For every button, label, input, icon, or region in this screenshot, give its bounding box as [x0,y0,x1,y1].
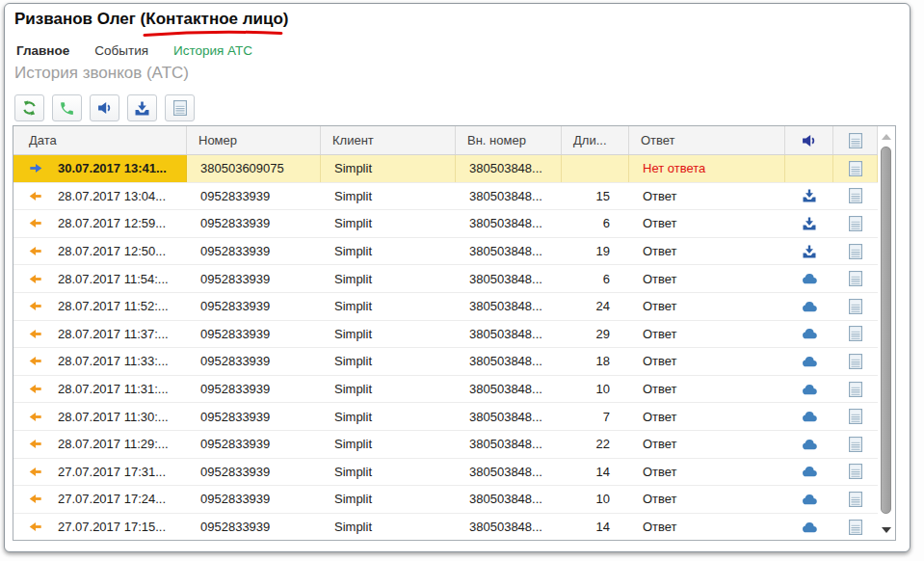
document-icon [173,100,187,116]
cell-recording[interactable] [785,265,833,292]
cell-card[interactable] [833,514,878,540]
table-row[interactable]: 28.07.2017 11:54:... 0952833939 Simplit … [13,265,878,293]
cell-date: 28.07.2017 13:04... [13,183,187,210]
document-icon[interactable] [849,520,862,535]
table-row[interactable]: 28.07.2017 11:29:... 0952833939 Simplit … [13,431,878,459]
document-icon[interactable] [849,216,862,231]
document-icon[interactable] [849,437,862,452]
download-recording-icon[interactable] [803,217,816,230]
table-row[interactable]: 28.07.2017 11:33:... 0952833939 Simplit … [13,348,878,376]
cell-recording[interactable] [785,238,833,265]
cell-recording[interactable] [785,486,833,513]
refresh-button[interactable] [14,94,44,121]
cell-recording[interactable] [785,293,833,320]
table-row[interactable]: 28.07.2017 13:04... 0952833939 Simplit 3… [13,183,878,211]
document-icon[interactable] [849,271,862,286]
cell-card[interactable] [833,321,878,348]
table-row[interactable]: 27.07.2017 17:15... 0952833939 Simplit 3… [13,514,878,540]
column-header-duration[interactable]: Дли... [562,126,629,154]
cloud-recording-icon[interactable] [802,466,818,477]
table-row[interactable]: 28.07.2017 11:30:... 0952833939 Simplit … [13,403,878,431]
card-button[interactable] [165,94,195,121]
refresh-icon [21,100,38,116]
cell-client: Simplit [321,376,456,403]
cell-recording[interactable] [785,431,833,458]
cell-answer: Ответ [629,321,785,348]
cell-recording[interactable] [785,348,833,375]
column-header-number[interactable]: Номер [187,126,321,154]
cloud-recording-icon[interactable] [802,301,818,312]
column-header-date[interactable]: Дата [13,126,187,154]
phone-icon [59,100,75,117]
cell-recording[interactable] [785,403,833,430]
column-header-card[interactable] [833,126,878,154]
table-row[interactable]: 28.07.2017 11:31:... 0952833939 Simplit … [13,376,878,404]
cell-card[interactable] [833,376,878,403]
vertical-scrollbar[interactable] [878,126,895,540]
cell-card[interactable] [833,265,878,292]
cell-card[interactable] [833,403,878,430]
cell-recording[interactable] [785,321,833,348]
cloud-recording-icon[interactable] [802,328,818,339]
download-button[interactable] [127,94,157,121]
tab-main[interactable]: Главное [16,43,69,58]
cloud-recording-icon[interactable] [802,273,818,284]
listen-button[interactable] [90,94,119,121]
call-button[interactable] [52,94,82,121]
column-header-ext[interactable]: Вн. номер [456,126,562,154]
document-icon[interactable] [849,409,862,424]
document-icon[interactable] [849,299,862,314]
cell-card[interactable] [833,155,878,182]
cell-date: 28.07.2017 11:29:... [13,431,187,458]
cell-number: 0952833939 [187,376,321,403]
cell-ext-number: 380503848... [456,183,562,210]
document-icon[interactable] [849,244,862,259]
cell-card[interactable] [833,348,878,375]
tab-ats-history[interactable]: История АТС [173,43,252,58]
cell-card[interactable] [833,431,878,458]
cloud-recording-icon[interactable] [802,356,818,367]
scrollbar-up-button[interactable] [882,134,891,140]
cell-card[interactable] [833,486,878,513]
table-header: Дата Номер Клиент Вн. номер Дли... Ответ [13,126,878,155]
document-icon[interactable] [849,354,862,369]
scrollbar-thumb[interactable] [881,147,891,514]
document-icon[interactable] [849,161,862,176]
column-header-answer[interactable]: Ответ [629,126,785,154]
cell-answer: Ответ [629,183,785,210]
cell-recording[interactable] [785,514,833,540]
cell-recording[interactable] [785,459,833,486]
column-header-client[interactable]: Клиент [321,126,456,154]
document-icon[interactable] [849,188,862,203]
cell-card[interactable] [833,183,878,210]
cloud-recording-icon[interactable] [802,384,818,395]
tab-events[interactable]: События [94,43,148,58]
cell-card[interactable] [833,459,878,486]
download-recording-icon[interactable] [803,245,816,258]
table-row[interactable]: 28.07.2017 12:59... 0952833939 Simplit 3… [13,210,878,238]
cell-recording[interactable] [785,376,833,403]
document-icon[interactable] [849,492,862,507]
cloud-recording-icon[interactable] [802,494,818,505]
document-icon[interactable] [849,464,862,479]
table-row[interactable]: 30.07.2017 13:41... 380503609075 Simplit… [13,155,878,183]
cell-recording[interactable] [785,210,833,237]
document-icon[interactable] [849,326,862,341]
cell-card[interactable] [833,293,878,320]
table-row[interactable]: 27.07.2017 17:31... 0952833939 Simplit 3… [13,459,878,487]
cloud-recording-icon[interactable] [802,439,818,450]
table-row[interactable]: 28.07.2017 11:37:... 0952833939 Simplit … [13,321,878,349]
column-header-recording[interactable] [785,126,833,154]
cell-card[interactable] [833,210,878,237]
download-recording-icon[interactable] [803,189,816,202]
cell-recording[interactable] [785,155,833,182]
cell-recording[interactable] [785,183,833,210]
table-row[interactable]: 28.07.2017 12:50... 0952833939 Simplit 3… [13,238,878,266]
cloud-recording-icon[interactable] [802,521,818,533]
document-icon[interactable] [849,382,862,397]
table-row[interactable]: 28.07.2017 11:52:... 0952833939 Simplit … [13,293,878,321]
scrollbar-down-button[interactable] [882,527,891,533]
cell-card[interactable] [833,238,878,265]
table-row[interactable]: 27.07.2017 17:24... 0952833939 Simplit 3… [13,486,878,514]
cloud-recording-icon[interactable] [802,411,818,422]
